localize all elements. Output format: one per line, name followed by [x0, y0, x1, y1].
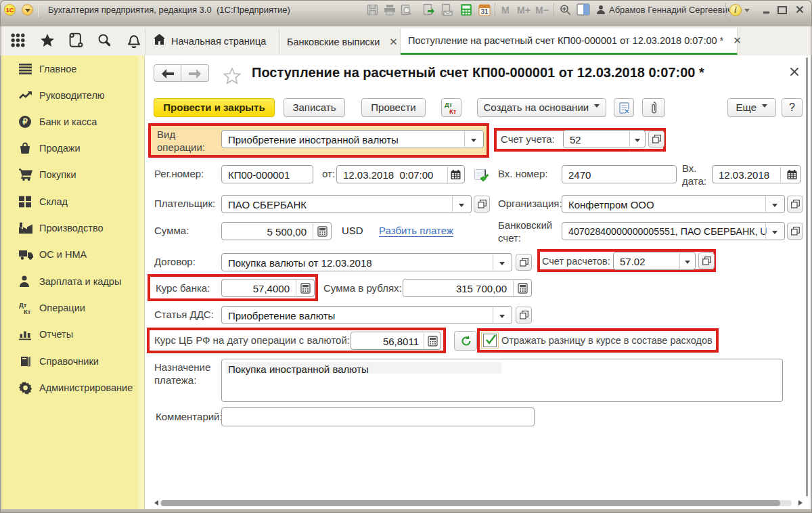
- svg-text:Кт: Кт: [449, 108, 457, 115]
- svg-text:₽: ₽: [22, 117, 28, 127]
- svg-text:Кт: Кт: [24, 308, 31, 315]
